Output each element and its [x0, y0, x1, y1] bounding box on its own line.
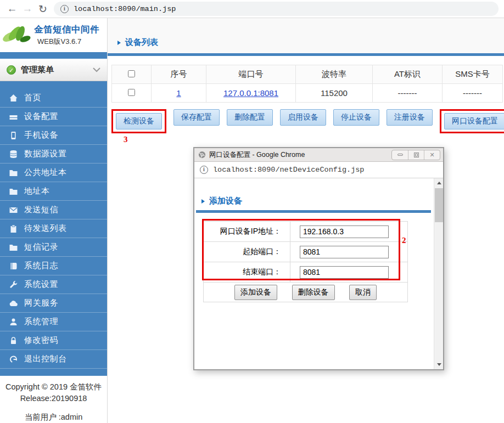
- start-port-input[interactable]: [300, 246, 389, 258]
- form-row-ip: 网口设备IP地址：: [204, 222, 408, 242]
- col-at-flag: AT标识: [373, 65, 443, 84]
- header-accent-bar: [108, 53, 504, 56]
- check-circle-icon: ✓: [7, 65, 16, 75]
- sidebar-item-send-sms[interactable]: 发送短信: [0, 201, 107, 219]
- popup-titlebar[interactable]: 网口设备配置 - Google Chrome ✕: [194, 148, 443, 162]
- chrome-icon: [198, 151, 206, 159]
- sidebar-item-sms-records[interactable]: 短信记录: [0, 238, 107, 257]
- row-checkbox[interactable]: [128, 89, 135, 96]
- cloud-icon: [9, 298, 19, 308]
- add-device-button[interactable]: 添加设备: [234, 285, 277, 300]
- popup-section-title: 添加设备: [201, 196, 242, 206]
- ip-label: 网口设备IP地址：: [204, 222, 290, 242]
- add-device-form: 网口设备IP地址： 起始端口： 结束端口： 添加设备 删除设: [203, 221, 408, 302]
- address-bar[interactable]: i localhost:8090/main.jsp: [54, 2, 499, 16]
- menu-header[interactable]: ✓ 管理菜单: [0, 59, 107, 81]
- sidebar-item-change-password[interactable]: 修改密码: [0, 331, 107, 350]
- seq-link[interactable]: 1: [176, 88, 181, 98]
- save-config-button[interactable]: 保存配置: [173, 109, 220, 126]
- sms-card-value: -------: [443, 84, 503, 103]
- annotation-box-1: 网口设备配置: [440, 109, 504, 133]
- register-device-button[interactable]: 注册设备: [387, 109, 433, 126]
- popup-accent-bar: [196, 210, 431, 213]
- scrollbar-thumb[interactable]: [435, 188, 443, 222]
- stop-device-button[interactable]: 停止设备: [333, 109, 379, 126]
- clipboard-icon: [9, 224, 19, 233]
- detect-device-button[interactable]: 检测设备: [116, 113, 162, 129]
- sidebar-item-home[interactable]: 首页: [0, 89, 107, 108]
- sidebar-item-system-admin[interactable]: 系统管理: [0, 313, 107, 331]
- annotation-label-3: 3: [124, 135, 128, 144]
- popup-url-text[interactable]: localhost:8090/netDeviceConfig.jsp: [213, 166, 364, 174]
- sidebar-item-public-addressbook[interactable]: 公共地址本: [0, 163, 107, 182]
- sidebar-item-system-log[interactable]: 系统日志: [0, 257, 107, 275]
- url-text[interactable]: localhost:8090/main.jsp: [74, 5, 176, 13]
- ip-input[interactable]: [300, 225, 389, 238]
- sidebar-item-pending-list[interactable]: 待发送列表: [0, 219, 107, 238]
- delete-config-button[interactable]: 删除配置: [227, 109, 273, 126]
- scroll-up-icon[interactable]: [434, 178, 444, 188]
- logout-icon: [9, 354, 19, 364]
- net-device-config-button[interactable]: 网口设备配置: [444, 113, 504, 129]
- maximize-button[interactable]: [408, 150, 424, 160]
- phone-icon: [9, 131, 19, 140]
- minimize-icon: [397, 154, 403, 156]
- home-icon: [9, 93, 19, 103]
- triangle-marker-icon: [201, 199, 205, 204]
- baud-value: 115200: [296, 84, 373, 103]
- sidebar-item-phone-device[interactable]: 手机设备: [0, 126, 107, 145]
- triangle-marker-icon: [117, 41, 121, 45]
- minimize-button[interactable]: [392, 150, 408, 160]
- popup-address-bar[interactable]: i localhost:8090/netDeviceConfig.jsp: [194, 162, 443, 178]
- device-table: 序号 端口号 波特率 AT标识 SMS卡号 1 127.0.0.1:8081 1…: [111, 65, 503, 103]
- brand: 金笛短信中间件 WEB版V3.6.7: [0, 18, 107, 52]
- sidebar-item-datasource[interactable]: 数据源设置: [0, 145, 107, 163]
- device-toolbar: 检测设备 保存配置 删除配置 启用设备 停止设备 注册设备 网口设备配置 1 3: [111, 109, 502, 133]
- forward-icon[interactable]: →: [20, 1, 35, 16]
- window-controls: ✕: [391, 150, 440, 160]
- col-sms-card: SMS卡号: [443, 65, 503, 84]
- end-port-input[interactable]: [300, 266, 389, 279]
- at-flag-value: -------: [373, 84, 443, 103]
- menu-header-label: 管理菜单: [21, 65, 93, 75]
- form-row-start-port: 起始端口：: [204, 242, 408, 262]
- info-icon[interactable]: i: [60, 5, 69, 13]
- folder-icon: [9, 187, 19, 196]
- sidebar-item-logout[interactable]: 退出控制台: [0, 350, 107, 369]
- form-row-end-port: 结束端口：: [204, 262, 408, 283]
- sidebar-menu: 首页 设备配置 手机设备 数据源设置 公共地址本 地址本 发送短信: [0, 81, 107, 376]
- lock-icon: [9, 336, 19, 345]
- cancel-button[interactable]: 取消: [349, 285, 377, 300]
- back-icon[interactable]: ←: [4, 1, 20, 16]
- sidebar-item-gateway-service[interactable]: 网关服务: [0, 294, 107, 313]
- close-button[interactable]: ✕: [424, 150, 440, 160]
- sidebar-item-system-settings[interactable]: 系统设置: [0, 275, 107, 294]
- info-icon[interactable]: i: [200, 166, 208, 174]
- chevron-down-icon: [93, 67, 100, 72]
- main-content: 设备列表 序号 端口号 波特率 AT标识 SMS卡号 1 127.0.0.1:8…: [108, 18, 504, 423]
- table-row: 1 127.0.0.1:8081 115200 ------- -------: [112, 84, 503, 103]
- sidebar-item-addressbook[interactable]: 地址本: [0, 182, 107, 201]
- database-icon: [9, 149, 19, 159]
- browser-toolbar: ← → ↻ i localhost:8090/main.jsp: [0, 0, 504, 18]
- sidebar-accent-bar: [0, 52, 107, 59]
- sidebar-item-device-config[interactable]: 设备配置: [0, 108, 107, 126]
- wrench-icon: [9, 280, 19, 289]
- popup-scrollbar[interactable]: [434, 178, 443, 369]
- col-port: 端口号: [206, 65, 296, 84]
- page-title: 设备列表: [117, 37, 158, 48]
- enable-device-button[interactable]: 启用设备: [280, 109, 326, 126]
- start-port-label: 起始端口：: [204, 242, 290, 262]
- popup-title: 网口设备配置 - Google Chrome: [209, 150, 391, 160]
- folder-icon: [9, 168, 19, 177]
- copyright-text: Copyright © 2019 金笛软件: [0, 381, 107, 393]
- table-header-row: 序号 端口号 波特率 AT标识 SMS卡号: [112, 65, 503, 84]
- port-link[interactable]: 127.0.0.1:8081: [223, 88, 278, 98]
- delete-device-button[interactable]: 删除设备: [292, 285, 335, 300]
- brand-version: WEB版V3.6.7: [37, 37, 99, 47]
- select-all-checkbox[interactable]: [128, 70, 135, 77]
- refresh-icon[interactable]: ↻: [35, 1, 51, 16]
- net-device-config-window: 网口设备配置 - Google Chrome ✕ i localhost:809…: [193, 147, 444, 370]
- book-icon: [9, 261, 19, 270]
- scroll-down-icon[interactable]: [434, 360, 444, 369]
